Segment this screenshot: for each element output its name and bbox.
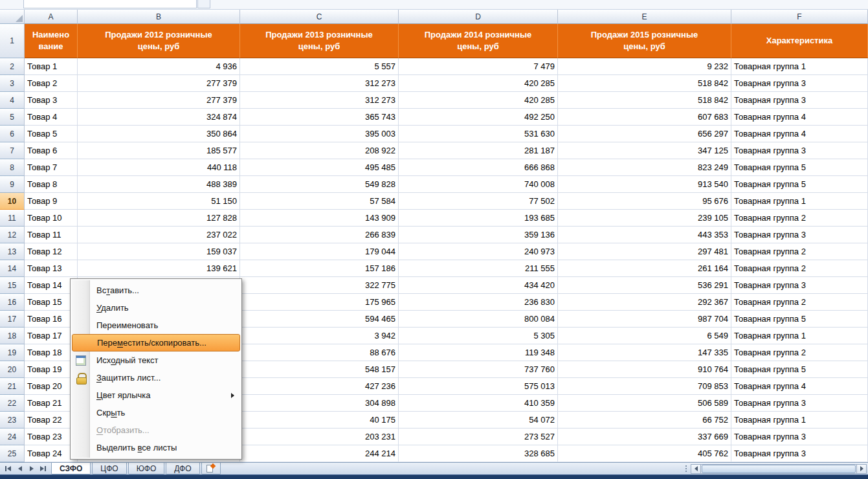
menu-item-7[interactable]: Цвет ярлычка — [72, 386, 240, 404]
tab-scrollbar-splitter[interactable] — [684, 465, 689, 472]
cell-D2[interactable]: 7 479 — [399, 58, 558, 75]
row-header-3[interactable]: 3 — [0, 75, 25, 92]
cell-D12[interactable]: 359 136 — [399, 227, 558, 243]
cell-F16[interactable]: Товарная группа 2 — [731, 294, 868, 311]
cell-A4[interactable]: Товар 3 — [25, 92, 78, 109]
scroll-right-button[interactable] — [856, 464, 867, 474]
cell-B9[interactable]: 488 389 — [78, 176, 240, 193]
column-header-C[interactable]: C — [240, 10, 399, 24]
column-header-A[interactable]: A — [25, 10, 78, 24]
row-header-23[interactable]: 23 — [0, 412, 25, 429]
cell-C9[interactable]: 549 828 — [240, 176, 399, 193]
cell-F11[interactable]: Товарная группа 2 — [731, 210, 868, 227]
cell-A2[interactable]: Товар 1 — [25, 58, 78, 75]
cell-E25[interactable]: 405 762 — [558, 445, 731, 462]
cell-E7[interactable]: 347 125 — [558, 142, 731, 159]
row-header-21[interactable]: 21 — [0, 378, 25, 395]
menu-item-9[interactable]: Отобразить... — [72, 421, 240, 439]
cell-F25[interactable]: Товарная группа 3 — [731, 445, 868, 462]
cell-D10[interactable]: 77 502 — [399, 193, 558, 210]
cell-C4[interactable]: 312 273 — [240, 92, 399, 109]
cell-C25[interactable]: 244 214 — [240, 445, 399, 462]
cell-E23[interactable]: 66 752 — [558, 412, 731, 429]
cell-E13[interactable]: 297 481 — [558, 243, 731, 260]
cell-A9[interactable]: Товар 8 — [25, 176, 78, 193]
cell-B4[interactable]: 277 379 — [78, 92, 240, 109]
cell-E20[interactable]: 910 764 — [558, 361, 731, 378]
row-header-10[interactable]: 10 — [0, 193, 25, 210]
cell-F12[interactable]: Товарная группа 3 — [731, 227, 868, 243]
cell-C5[interactable]: 365 743 — [240, 109, 399, 126]
row-header-1[interactable]: 1 — [0, 24, 25, 58]
cell-C2[interactable]: 5 557 — [240, 58, 399, 75]
insert-worksheet-tab[interactable] — [201, 463, 221, 474]
cell-E16[interactable]: 292 367 — [558, 294, 731, 311]
menu-item-5[interactable]: Исходный текст — [72, 351, 240, 369]
cell-D23[interactable]: 54 072 — [399, 412, 558, 429]
cell-A12[interactable]: Товар 11 — [25, 227, 78, 243]
first-sheet-button[interactable] — [4, 465, 12, 473]
cell-A6[interactable]: Товар 5 — [25, 126, 78, 142]
cell-E9[interactable]: 913 540 — [558, 176, 731, 193]
select-all-corner[interactable] — [0, 10, 25, 24]
cell-D20[interactable]: 737 760 — [399, 361, 558, 378]
menu-item-1[interactable]: Вставить... — [72, 282, 240, 299]
cell-F23[interactable]: Товарная группа 1 — [731, 412, 868, 429]
menu-item-6[interactable]: Защитить лист... — [72, 369, 240, 386]
column-header-D[interactable]: D — [399, 10, 558, 24]
cell-C17[interactable]: 594 465 — [240, 311, 399, 328]
cell-F15[interactable]: Товарная группа 3 — [731, 277, 868, 294]
cell-A10[interactable]: Товар 9 — [25, 193, 78, 210]
table-header-D[interactable]: Продажи 2014 розничные цены, руб — [399, 24, 558, 58]
cell-D14[interactable]: 211 555 — [399, 260, 558, 277]
row-header-25[interactable]: 25 — [0, 445, 25, 462]
menu-item-2[interactable]: Удалить — [72, 299, 240, 317]
cell-F6[interactable]: Товарная группа 4 — [731, 126, 868, 142]
cell-E18[interactable]: 6 549 — [558, 328, 731, 344]
cell-F13[interactable]: Товарная группа 2 — [731, 243, 868, 260]
table-header-A[interactable]: Наимено вание — [25, 24, 78, 58]
column-header-F[interactable]: F — [731, 10, 868, 24]
cell-C8[interactable]: 495 485 — [240, 159, 399, 176]
scrollbar-thumb[interactable] — [702, 465, 856, 473]
cell-F4[interactable]: Товарная группа 3 — [731, 92, 868, 109]
row-header-9[interactable]: 9 — [0, 176, 25, 193]
cell-F20[interactable]: Товарная группа 5 — [731, 361, 868, 378]
cell-E10[interactable]: 95 676 — [558, 193, 731, 210]
row-header-7[interactable]: 7 — [0, 142, 25, 159]
cell-B14[interactable]: 139 621 — [78, 260, 240, 277]
cell-D8[interactable]: 666 868 — [399, 159, 558, 176]
previous-sheet-button[interactable] — [16, 465, 24, 473]
cell-F10[interactable]: Товарная группа 1 — [731, 193, 868, 210]
cell-E22[interactable]: 506 589 — [558, 395, 731, 412]
cell-E2[interactable]: 9 232 — [558, 58, 731, 75]
cell-E8[interactable]: 823 249 — [558, 159, 731, 176]
cell-C21[interactable]: 427 236 — [240, 378, 399, 395]
row-header-6[interactable]: 6 — [0, 126, 25, 142]
cell-D4[interactable]: 420 285 — [399, 92, 558, 109]
cell-D15[interactable]: 434 420 — [399, 277, 558, 294]
table-header-E[interactable]: Продажи 2015 розничные цены, руб — [558, 24, 731, 58]
cell-A7[interactable]: Товар 6 — [25, 142, 78, 159]
cell-C22[interactable]: 304 898 — [240, 395, 399, 412]
menu-item-4[interactable]: Переместить/скопировать... — [72, 334, 240, 351]
cell-D18[interactable]: 5 305 — [399, 328, 558, 344]
cell-B12[interactable]: 237 022 — [78, 227, 240, 243]
cell-E4[interactable]: 518 842 — [558, 92, 731, 109]
cell-C11[interactable]: 143 909 — [240, 210, 399, 227]
row-header-17[interactable]: 17 — [0, 311, 25, 328]
cell-E17[interactable]: 987 704 — [558, 311, 731, 328]
cell-F9[interactable]: Товарная группа 5 — [731, 176, 868, 193]
cell-C19[interactable]: 88 676 — [240, 344, 399, 361]
cell-F24[interactable]: Товарная группа 3 — [731, 429, 868, 445]
cell-C16[interactable]: 175 965 — [240, 294, 399, 311]
row-header-13[interactable]: 13 — [0, 243, 25, 260]
cell-D25[interactable]: 328 685 — [399, 445, 558, 462]
cell-C3[interactable]: 312 273 — [240, 75, 399, 92]
formula-bar-button[interactable] — [197, 0, 210, 8]
row-header-4[interactable]: 4 — [0, 92, 25, 109]
cell-E5[interactable]: 607 683 — [558, 109, 731, 126]
row-header-24[interactable]: 24 — [0, 429, 25, 445]
scrollbar-track[interactable] — [701, 464, 856, 474]
row-header-22[interactable]: 22 — [0, 395, 25, 412]
